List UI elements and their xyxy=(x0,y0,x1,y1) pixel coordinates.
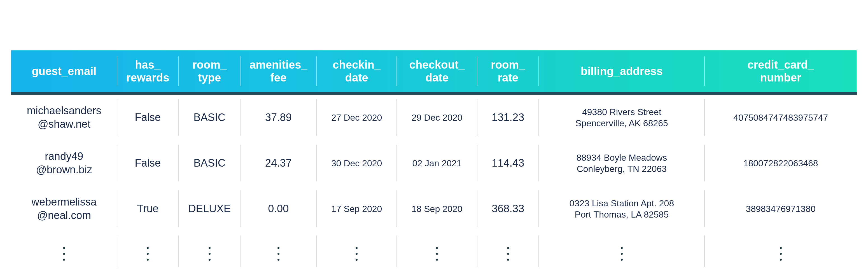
cell-value: 180072822063468 xyxy=(743,158,818,168)
cell-value: 0.00 xyxy=(268,203,289,215)
cell-guest-email: webermelissa @neal.com xyxy=(11,186,117,231)
cell-line1: 0323 Lisa Station Apt. 208 xyxy=(541,198,702,209)
cell-amenities-fee: 37.89 xyxy=(240,93,316,140)
col-checkin-date: checkin_ date xyxy=(316,51,397,93)
header-text-l1: checkout_ xyxy=(409,59,465,71)
cell-line2: Port Thomas, LA 82585 xyxy=(541,209,702,220)
cell-value: 38983476971380 xyxy=(746,204,816,214)
header-text-l1: credit_card_ xyxy=(747,59,814,71)
table-row: michaelsanders @shaw.net False BASIC 37.… xyxy=(11,93,857,140)
cell-value: 29 Dec 2020 xyxy=(412,113,462,123)
cell-room-rate: 114.43 xyxy=(477,140,539,186)
cell-room-rate: 368.33 xyxy=(477,186,539,231)
ellipsis-icon xyxy=(63,247,65,261)
col-checkout-date: checkout_ date xyxy=(397,51,477,93)
cell-has-rewards: True xyxy=(117,186,179,231)
cell-amenities-fee: 24.37 xyxy=(240,140,316,186)
cell-line2: Spencerville, AK 68265 xyxy=(541,118,702,129)
cell-cc-number: 38983476971380 xyxy=(705,186,857,231)
cell-cc-number: 4075084747483975747 xyxy=(705,93,857,140)
cell-value: 02 Jan 2021 xyxy=(412,158,461,168)
col-billing-address: billing_address xyxy=(539,51,705,93)
table-body: michaelsanders @shaw.net False BASIC 37.… xyxy=(11,93,857,271)
cell-value: 24.37 xyxy=(265,157,292,169)
ellipsis-icon xyxy=(209,247,211,261)
cell-checkin-date: 17 Sep 2020 xyxy=(316,186,397,231)
cell-checkout-date: 18 Sep 2020 xyxy=(397,186,477,231)
cell-has-rewards: False xyxy=(117,140,179,186)
data-table: guest_email has_ rewards room_ type amen… xyxy=(11,51,857,271)
header-text-l1: room_ xyxy=(192,59,226,71)
header-text-l1: checkin_ xyxy=(333,59,380,71)
ellipsis-row xyxy=(11,231,857,271)
ellipsis-icon xyxy=(355,247,358,261)
ellipsis-cell xyxy=(477,231,539,271)
cell-billing-address: 0323 Lisa Station Apt. 208 Port Thomas, … xyxy=(539,186,705,231)
header-text-l2: rate xyxy=(498,71,518,84)
ellipsis-cell xyxy=(397,231,477,271)
cell-checkout-date: 29 Dec 2020 xyxy=(397,93,477,140)
col-room-rate: room_ rate xyxy=(477,51,539,93)
cell-line1: randy49 xyxy=(14,150,114,163)
ellipsis-icon xyxy=(621,247,623,261)
cell-line2: @shaw.net xyxy=(14,118,114,131)
cell-line1: 88934 Boyle Meadows xyxy=(541,152,702,163)
col-amenities-fee: amenities_ fee xyxy=(240,51,316,93)
header-text-l2: type xyxy=(198,71,221,84)
cell-has-rewards: False xyxy=(117,93,179,140)
header-text: guest_email xyxy=(32,65,96,77)
cell-value: 37.89 xyxy=(265,112,292,123)
cell-room-type: BASIC xyxy=(179,93,240,140)
cell-line2: @neal.com xyxy=(14,209,114,222)
ellipsis-cell xyxy=(179,231,240,271)
ellipsis-cell xyxy=(240,231,316,271)
ellipsis-icon xyxy=(147,247,149,261)
ellipsis-icon xyxy=(277,247,279,261)
cell-value: 114.43 xyxy=(492,157,524,169)
table-row: randy49 @brown.biz False BASIC 24.37 30 … xyxy=(11,140,857,186)
cell-value: 27 Dec 2020 xyxy=(331,113,382,123)
ellipsis-icon xyxy=(436,247,438,261)
ellipsis-cell xyxy=(705,231,857,271)
header-text-l1: amenities_ xyxy=(249,59,307,71)
col-room-type: room_ type xyxy=(179,51,240,93)
cell-room-rate: 131.23 xyxy=(477,93,539,140)
header-text-l2: date xyxy=(425,71,448,84)
header-text-l2: rewards xyxy=(126,71,169,84)
cell-value: True xyxy=(137,203,158,215)
cell-value: DELUXE xyxy=(188,203,231,215)
cell-value: False xyxy=(135,112,161,123)
header-text-l1: room_ xyxy=(491,59,525,71)
cell-amenities-fee: 0.00 xyxy=(240,186,316,231)
cell-checkin-date: 30 Dec 2020 xyxy=(316,140,397,186)
header-text-l1: has_ xyxy=(135,59,160,71)
cell-guest-email: randy49 @brown.biz xyxy=(11,140,117,186)
header-text-l2: date xyxy=(345,71,368,84)
table-header: guest_email has_ rewards room_ type amen… xyxy=(11,51,857,93)
cell-line1: 49380 Rivers Street xyxy=(541,106,702,118)
ellipsis-cell xyxy=(316,231,397,271)
cell-line1: webermelissa xyxy=(14,195,114,209)
table-container: guest_email has_ rewards room_ type amen… xyxy=(0,0,868,280)
cell-value: 368.33 xyxy=(492,203,524,215)
cell-billing-address: 49380 Rivers Street Spencerville, AK 682… xyxy=(539,93,705,140)
cell-value: 30 Dec 2020 xyxy=(331,158,382,168)
col-credit-card-number: credit_card_ number xyxy=(705,51,857,93)
cell-value: 17 Sep 2020 xyxy=(331,204,382,214)
cell-value: 131.23 xyxy=(492,112,524,123)
cell-checkout-date: 02 Jan 2021 xyxy=(397,140,477,186)
cell-line2: @brown.biz xyxy=(14,163,114,177)
cell-value: BASIC xyxy=(193,157,225,169)
cell-line1: michaelsanders xyxy=(14,104,114,118)
ellipsis-icon xyxy=(507,247,509,261)
header-text-l2: fee xyxy=(270,71,286,84)
cell-room-type: DELUXE xyxy=(179,186,240,231)
col-has-rewards: has_ rewards xyxy=(117,51,179,93)
cell-guest-email: michaelsanders @shaw.net xyxy=(11,93,117,140)
cell-checkin-date: 27 Dec 2020 xyxy=(316,93,397,140)
cell-value: BASIC xyxy=(193,112,225,123)
cell-value: 4075084747483975747 xyxy=(733,113,828,123)
cell-line2: Conleyberg, TN 22063 xyxy=(541,163,702,175)
cell-room-type: BASIC xyxy=(179,140,240,186)
cell-billing-address: 88934 Boyle Meadows Conleyberg, TN 22063 xyxy=(539,140,705,186)
